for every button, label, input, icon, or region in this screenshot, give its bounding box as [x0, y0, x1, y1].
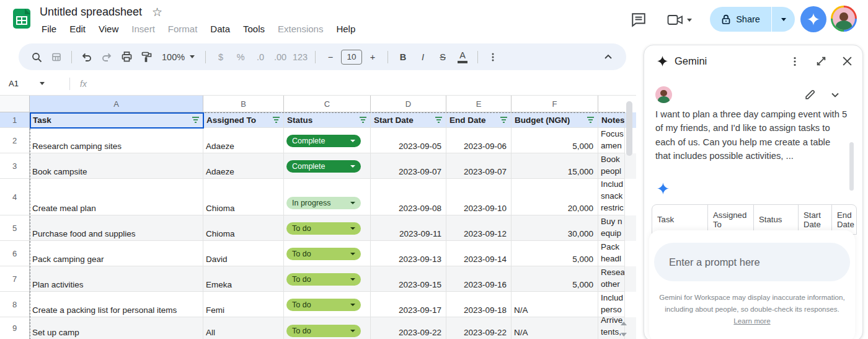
collapse-toolbar-button[interactable] [599, 48, 618, 66]
row-number[interactable]: 2 [0, 128, 30, 153]
comments-button[interactable] [627, 10, 650, 30]
cell-budget[interactable]: 5,000 [512, 241, 598, 266]
select-all-corner[interactable] [0, 96, 30, 112]
share-button-main[interactable]: Share [710, 7, 771, 32]
panel-scrollbar[interactable] [849, 142, 854, 191]
cell-end-date[interactable]: 2023-09-07 [446, 153, 512, 179]
document-title[interactable]: Untitled spreadsheet [40, 6, 142, 19]
filter-icon[interactable] [500, 116, 508, 124]
panel-more-button[interactable] [789, 56, 800, 67]
cell-budget[interactable]: 5,000 [512, 128, 598, 153]
cell-end-date[interactable]: 2023-09-16 [446, 266, 512, 292]
row-number[interactable]: 5 [0, 215, 30, 241]
menu-tools[interactable]: Tools [242, 23, 266, 35]
star-icon[interactable]: ☆ [152, 6, 162, 18]
cell-task[interactable]: Book campsite [30, 153, 203, 179]
cell-task[interactable]: Create meal plan [30, 179, 203, 215]
menu-view[interactable]: View [97, 23, 120, 35]
decrease-font-size-button[interactable]: − [321, 48, 340, 66]
cell-task[interactable]: Research camping sites [30, 128, 203, 153]
cell-task[interactable]: Create a packing list for personal items [30, 292, 203, 317]
paint-format-button[interactable] [137, 48, 156, 66]
column-header-c[interactable]: C [284, 96, 371, 112]
text-color-button[interactable]: A [453, 48, 472, 66]
cell-start-date[interactable]: 2023-09-05 [371, 128, 446, 153]
cell-status[interactable]: To do [284, 317, 371, 339]
status-chip[interactable]: To do [286, 325, 361, 337]
cell-start-date[interactable]: 2023-09-07 [371, 153, 446, 179]
share-button[interactable]: Share [710, 7, 795, 32]
cell-start-date[interactable]: 2023-09-13 [371, 241, 446, 266]
cell-start-date[interactable]: 2023-09-11 [371, 215, 446, 241]
status-chip[interactable]: In progress [286, 197, 361, 209]
cell-notes[interactable]: Buy n equip [598, 215, 625, 241]
status-chip[interactable]: To do [286, 222, 361, 235]
cell-end-date[interactable]: 2023-09-10 [446, 179, 512, 215]
vertical-scrollbar[interactable] [626, 101, 632, 156]
column-header-d[interactable]: D [371, 96, 446, 112]
format-currency-button[interactable]: $ [211, 48, 230, 66]
row-number[interactable]: 8 [0, 292, 30, 317]
filter-icon[interactable] [435, 116, 443, 124]
cell-budget[interactable]: 30,000 [512, 215, 598, 241]
cell-notes[interactable]: Book peopl [598, 153, 625, 179]
edit-prompt-button[interactable] [804, 89, 816, 101]
cell-assigned[interactable]: Adaeze [203, 128, 284, 153]
format-percent-button[interactable]: % [231, 48, 250, 66]
status-chip[interactable]: To do [286, 299, 361, 311]
prompt-input[interactable] [669, 256, 836, 268]
row-number[interactable]: 4 [0, 179, 30, 215]
menu-format[interactable]: Format [167, 23, 199, 35]
header-cell-assigned-to[interactable]: Assigned To [203, 112, 284, 128]
cell-start-date[interactable]: 2023-09-08 [371, 179, 446, 215]
header-cell-end-date[interactable]: End Date [446, 112, 512, 128]
cell-assigned[interactable]: All [203, 317, 284, 339]
filter-icon[interactable] [272, 116, 280, 124]
menu-file[interactable]: File [40, 23, 58, 35]
menu-data[interactable]: Data [209, 23, 231, 35]
cell-assigned[interactable]: Chioma [203, 215, 284, 241]
row-number[interactable]: 9 [0, 317, 30, 339]
row-number[interactable]: 1 [0, 112, 30, 128]
scroll-up-icon[interactable] [621, 322, 627, 325]
account-avatar[interactable] [831, 6, 857, 32]
cell-notes[interactable]: Includ perso [598, 292, 625, 317]
column-header-e[interactable]: E [446, 96, 512, 112]
cell-assigned[interactable]: Chioma [203, 179, 284, 215]
column-header-g[interactable] [598, 96, 625, 112]
status-chip[interactable]: Complete [286, 160, 361, 173]
cell-notes[interactable]: Resea other [598, 266, 625, 292]
sheets-logo-icon[interactable] [11, 8, 32, 29]
cell-end-date[interactable]: 2023-09-06 [446, 128, 512, 153]
cell-task[interactable]: Set up camp [30, 317, 203, 339]
increase-decimal-button[interactable]: .00 [271, 48, 290, 66]
row-number[interactable]: 7 [0, 266, 30, 292]
prompt-input-pill[interactable] [654, 243, 850, 281]
cell-start-date[interactable]: 2023-09-17 [371, 292, 446, 317]
menu-edit[interactable]: Edit [68, 23, 87, 35]
column-header-a[interactable]: A [30, 96, 203, 112]
collapse-prompt-button[interactable] [830, 90, 840, 100]
cell-assigned[interactable]: Emeka [203, 266, 284, 292]
status-chip[interactable]: To do [286, 273, 361, 286]
column-header-f[interactable]: F [512, 96, 598, 112]
cell-status[interactable]: To do [284, 241, 371, 266]
cell-budget[interactable]: 15,000 [512, 153, 598, 179]
panel-close-button[interactable] [842, 56, 852, 66]
header-cell-status[interactable]: Status [284, 112, 371, 128]
header-cell-budget[interactable]: Budget (NGN) [512, 112, 598, 128]
more-formats-button[interactable]: 123 [291, 48, 309, 66]
cell-budget[interactable]: 5,000 [512, 266, 598, 292]
status-chip[interactable]: Complete [286, 135, 361, 147]
cell-status[interactable]: To do [284, 266, 371, 292]
italic-button[interactable]: I [414, 48, 432, 66]
strikethrough-button[interactable]: S [433, 48, 452, 66]
search-button[interactable] [27, 48, 46, 66]
cell-notes[interactable]: Focus amen [598, 128, 625, 153]
sheet-tools-button[interactable] [47, 48, 66, 66]
menu-extensions[interactable]: Extensions [277, 23, 324, 35]
cell-status[interactable]: In progress [284, 179, 371, 215]
row-number[interactable]: 6 [0, 241, 30, 266]
cell-status[interactable]: Complete [284, 153, 371, 179]
panel-expand-button[interactable] [816, 56, 826, 66]
